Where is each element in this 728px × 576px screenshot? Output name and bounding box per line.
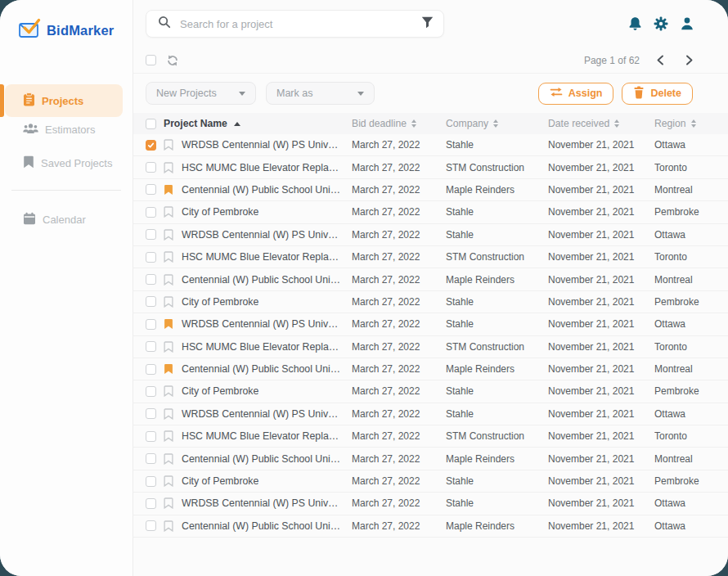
bookmark-icon[interactable]	[164, 296, 182, 308]
row-checkbox[interactable]	[146, 386, 156, 397]
table-row[interactable]: WRDSB Centennial (W) PS Universal Wsh Ma…	[133, 224, 728, 246]
table-row[interactable]: City of Pembroke March 27, 2022 Stahle N…	[133, 380, 728, 403]
table-row[interactable]: Centennial (W) Public School Universal M…	[133, 268, 728, 290]
project-name-cell[interactable]: Centennial (W) Public School Universal	[182, 520, 352, 532]
table-row[interactable]: Centennial (W) Public School Universal M…	[133, 179, 728, 201]
table-row[interactable]: WRDSB Centennial (W) PS Universal Wsh Ma…	[133, 313, 728, 335]
column-bid-deadline[interactable]: Bid deadline	[352, 118, 446, 129]
project-name-cell[interactable]: HSC MUMC Blue Elevator Replacement	[182, 162, 352, 173]
row-checkbox[interactable]	[146, 364, 156, 375]
bookmark-icon[interactable]	[164, 363, 182, 375]
row-checkbox[interactable]	[146, 162, 156, 173]
project-name-cell[interactable]: HSC MUMC Blue Elevator Replacement	[182, 341, 352, 353]
row-checkbox[interactable]	[146, 341, 156, 352]
row-checkbox[interactable]	[146, 229, 156, 240]
table-row[interactable]: City of Pembroke March 27, 2022 Stahle N…	[133, 291, 728, 313]
bookmark-icon[interactable]	[164, 139, 182, 151]
table-row[interactable]: HSC MUMC Blue Elevator Replacement March…	[133, 246, 728, 268]
bookmark-icon[interactable]	[164, 318, 182, 330]
bookmark-icon[interactable]	[164, 497, 182, 509]
bookmark-icon[interactable]	[164, 385, 182, 397]
region-cell: Toronto	[654, 162, 712, 173]
bookmark-icon[interactable]	[164, 274, 182, 286]
table-row[interactable]: WRDSB Centennial (W) PS Universal Wsh Ma…	[133, 493, 728, 515]
project-name-cell[interactable]: WRDSB Centennial (W) PS Universal Wsh	[182, 139, 352, 151]
bookmark-icon[interactable]	[164, 162, 182, 173]
project-name-cell[interactable]: WRDSB Centennial (W) PS Universal Wsh	[182, 408, 352, 420]
column-project-name[interactable]: Project Name	[164, 118, 352, 129]
header-checkbox[interactable]	[146, 119, 156, 129]
table-row[interactable]: Centennial (W) Public School Universal M…	[133, 448, 728, 470]
row-checkbox[interactable]	[146, 184, 156, 195]
row-checkbox[interactable]	[146, 498, 156, 509]
filter-funnel-icon[interactable]	[421, 16, 434, 32]
column-region[interactable]: Region	[654, 118, 712, 129]
row-checkbox[interactable]	[146, 140, 156, 151]
date-received-cell: November 21, 2021	[548, 408, 654, 420]
row-checkbox[interactable]	[146, 476, 156, 487]
row-checkbox[interactable]	[146, 520, 156, 531]
table-row[interactable]: HSC MUMC Blue Elevator Replacement March…	[133, 425, 728, 448]
bookmark-icon[interactable]	[164, 341, 182, 353]
delete-button[interactable]: Delete	[622, 83, 693, 105]
assign-button[interactable]: Assign	[538, 83, 614, 105]
row-checkbox[interactable]	[146, 274, 156, 285]
column-company[interactable]: Company	[446, 118, 548, 129]
table-row[interactable]: HSC MUMC Blue Elevator Replacement March…	[133, 336, 728, 358]
sidebar-item-projects[interactable]: Projects	[5, 84, 123, 117]
search-input[interactable]	[178, 17, 421, 31]
project-name-cell[interactable]: HSC MUMC Blue Elevator Replacement	[182, 251, 352, 263]
bookmark-icon[interactable]	[164, 475, 182, 487]
new-projects-dropdown[interactable]: New Projects	[146, 82, 256, 105]
table-row[interactable]: HSC MUMC Blue Elevator Replacement March…	[133, 156, 728, 178]
company-cell: STM Construction	[446, 251, 548, 263]
project-name-cell[interactable]: Centennial (W) Public School Universal	[182, 274, 352, 286]
project-name-cell[interactable]: City of Pembroke	[182, 206, 352, 218]
row-checkbox[interactable]	[146, 408, 156, 419]
row-checkbox[interactable]	[146, 207, 156, 218]
row-checkbox[interactable]	[146, 453, 156, 464]
sidebar-item-calendar[interactable]: Calendar	[0, 207, 133, 232]
project-name-cell[interactable]: HSC MUMC Blue Elevator Replacement	[182, 430, 352, 442]
bell-icon[interactable]	[628, 16, 642, 32]
refresh-icon[interactable]	[166, 54, 179, 67]
table-row[interactable]: City of Pembroke March 27, 2022 Stahle N…	[133, 201, 728, 223]
table-row[interactable]: Centennial (W) Public School Universal M…	[133, 358, 728, 380]
project-name-cell[interactable]: City of Pembroke	[182, 296, 352, 308]
bookmark-icon[interactable]	[164, 520, 182, 532]
bookmark-icon[interactable]	[164, 206, 182, 218]
caret-down-icon	[239, 92, 245, 96]
search-box[interactable]	[146, 10, 444, 38]
column-date-received[interactable]: Date received	[548, 118, 654, 129]
project-name-cell[interactable]: WRDSB Centennial (W) PS Universal Wsh	[182, 497, 352, 509]
row-checkbox[interactable]	[146, 252, 156, 263]
row-checkbox[interactable]	[146, 296, 156, 307]
project-name-cell[interactable]: City of Pembroke	[182, 385, 352, 397]
bookmark-icon[interactable]	[164, 184, 182, 196]
project-name-cell[interactable]: WRDSB Centennial (W) PS Universal Wsh	[182, 229, 352, 241]
row-checkbox[interactable]	[146, 431, 156, 442]
table-row[interactable]: WRDSB Centennial (W) PS Universal Wsh Ma…	[133, 134, 728, 156]
project-name-cell[interactable]: WRDSB Centennial (W) PS Universal Wsh	[182, 318, 352, 330]
bookmark-icon[interactable]	[164, 430, 182, 442]
mark-as-dropdown[interactable]: Mark as	[266, 82, 375, 105]
project-name-cell[interactable]: Centennial (W) Public School Universal	[182, 453, 352, 465]
sidebar-item-saved-projects[interactable]: Saved Projects	[0, 151, 133, 175]
user-icon[interactable]	[680, 16, 694, 31]
sidebar-item-estimators[interactable]: Estimators	[0, 117, 133, 142]
project-name-cell[interactable]: Centennial (W) Public School Universal	[182, 184, 352, 196]
bookmark-icon[interactable]	[164, 229, 182, 241]
select-all-checkbox[interactable]	[146, 55, 156, 65]
gear-icon[interactable]	[654, 16, 668, 31]
project-name-cell[interactable]: Centennial (W) Public School Universal	[182, 363, 352, 375]
table-row[interactable]: City of Pembroke March 27, 2022 Stahle N…	[133, 470, 728, 493]
bookmark-icon[interactable]	[164, 453, 182, 465]
table-row[interactable]: Centennial (W) Public School Universal M…	[133, 515, 728, 538]
table-row[interactable]: WRDSB Centennial (W) PS Universal Wsh Ma…	[133, 403, 728, 425]
row-checkbox[interactable]	[146, 319, 156, 330]
project-name-cell[interactable]: City of Pembroke	[182, 475, 352, 487]
bookmark-icon[interactable]	[164, 408, 182, 420]
bookmark-icon[interactable]	[164, 251, 182, 263]
page-next-button[interactable]	[684, 55, 695, 66]
page-prev-button[interactable]	[654, 55, 666, 66]
